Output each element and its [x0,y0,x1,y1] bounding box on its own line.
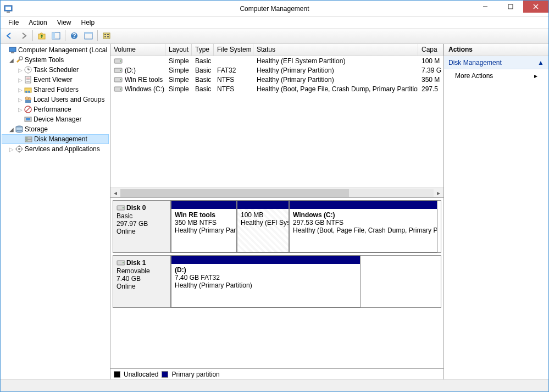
scroll-thumb[interactable] [120,189,349,197]
window-title: Computer Management [1,5,548,13]
svg-point-41 [16,130,23,132]
menu-view[interactable]: View [53,18,76,27]
collapse-icon: ▲ [537,59,544,67]
scroll-right-icon[interactable]: ▸ [434,188,443,198]
computer-icon [8,46,17,54]
partition-header [237,201,289,209]
volume-cell-cap: 297.5 [418,84,443,93]
volume-cell-type: Basic [192,84,214,93]
col-filesystem[interactable]: File System [214,44,253,56]
tree-device-manager[interactable]: Device Manager [2,114,109,124]
tree-shared-folders[interactable]: ▷ Shared Folders [2,85,109,95]
disk-info[interactable]: Disk 1Removable7.40 GBOnline [113,256,171,307]
svg-point-55 [120,70,121,71]
partition-body: Win RE tools350 MB NTFSHealthy (Primary … [171,209,236,252]
volume-cell-status: Healthy (Primary Partition) [253,65,418,75]
svg-rect-20 [11,52,14,53]
main-pane: Volume Layout Type File System Status Ca… [110,44,444,379]
actions-more[interactable]: More Actions ▸ [444,69,548,82]
tree-event-viewer[interactable]: ▷ Event Viewer [2,75,109,85]
tree-disk-management-label: Disk Management [34,135,87,143]
volume-row[interactable]: Win RE toolsSimpleBasicNTFSHealthy (Prim… [110,75,443,84]
tree-device-manager-label: Device Manager [34,115,81,123]
drive-icon [114,76,123,83]
tree-task-scheduler[interactable]: ▷ Task Scheduler [2,65,109,75]
properties-button[interactable] [82,29,95,42]
menubar: File Action View Help [1,17,548,28]
show-hide-tree-button[interactable] [49,29,63,42]
partition[interactable]: Windows (C:)297.53 GB NTFSHealthy (Boot,… [289,201,437,252]
svg-point-59 [120,89,121,90]
tree-performance[interactable]: ▷ Performance [2,104,109,114]
tree-services-label: Services and Applications [25,145,100,153]
disk-info[interactable]: Disk 0Basic297.97 GBOnline [113,201,171,252]
partition-body: Windows (C:)297.53 GB NTFSHealthy (Boot,… [290,209,437,252]
menu-file[interactable]: File [4,18,23,27]
tree-system-tools[interactable]: ◢ System Tools [2,55,109,65]
help-button[interactable]: ? [68,29,81,42]
tree-disk-management[interactable]: Disk Management [2,134,109,144]
col-type[interactable]: Type [192,44,214,56]
svg-point-47 [18,148,20,150]
users-icon [24,95,32,104]
maximize-button[interactable] [498,1,523,13]
svg-rect-4 [508,4,513,9]
performance-icon [24,105,32,114]
volume-row[interactable]: (D:)SimpleBasicFAT32Healthy (Primary Par… [110,65,443,75]
up-button[interactable] [35,29,48,42]
volume-row[interactable]: Windows (C:)SimpleBasicNTFSHealthy (Boot… [110,84,443,93]
tree-services[interactable]: ▷ Services and Applications [2,144,109,154]
svg-rect-13 [85,32,92,34]
svg-point-32 [25,97,29,100]
svg-point-57 [120,79,121,80]
svg-rect-2 [7,12,10,13]
disk-row: Disk 1Removable7.40 GBOnline (D:)7.40 GB… [113,255,441,308]
volume-cell-cap: 350 M [418,75,443,84]
svg-rect-1 [5,7,11,10]
volume-cell-layout: Simple [165,75,192,84]
partition-header [290,201,437,209]
tree-root[interactable]: Computer Management (Local [2,45,109,55]
svg-point-21 [19,57,23,60]
legend: Unallocated Primary partition [110,368,443,379]
partition[interactable]: Win RE tools350 MB NTFSHealthy (Primary … [171,201,237,252]
volume-cell-status: Healthy (Primary Partition) [253,75,418,84]
tree-storage-label: Storage [25,125,48,133]
col-capacity[interactable]: Capa [418,44,443,56]
tree-root-label: Computer Management (Local [18,46,107,54]
services-icon [15,145,24,153]
tree-local-users-label: Local Users and Groups [34,96,104,103]
close-button[interactable] [523,1,548,13]
partition[interactable]: 100 MBHealthy (EFI Sys [237,201,289,252]
legend-primary-label: Primary partition [171,371,219,378]
menu-action[interactable]: Action [24,18,51,27]
svg-rect-14 [103,33,110,38]
volume-cell-status: Healthy (EFI System Partition) [253,56,418,65]
col-layout[interactable]: Layout [165,44,192,56]
scroll-left-icon[interactable]: ◂ [110,188,120,198]
volume-row[interactable]: SimpleBasicHealthy (EFI System Partition… [110,56,443,65]
col-status[interactable]: Status [253,44,418,56]
tree-task-scheduler-label: Task Scheduler [34,66,79,74]
tree-event-viewer-label: Event Viewer [34,76,72,84]
refresh-button[interactable] [100,29,113,42]
svg-point-30 [25,91,27,93]
tree-pane: Computer Management (Local ◢ System Tool… [1,44,110,379]
forward-button[interactable] [17,29,30,42]
menu-help[interactable]: Help [77,18,99,27]
volume-cell-name: Windows (C:) [110,84,165,93]
volume-cell-name: (D:) [110,65,165,75]
drive-icon [114,67,123,74]
tree-storage[interactable]: ◢ Storage [2,124,109,134]
partition[interactable]: (D:)7.40 GB FAT32Healthy (Primary Partit… [171,256,361,307]
disk-map: Disk 0Basic297.97 GBOnlineWin RE tools35… [110,198,443,379]
tree-local-users[interactable]: ▷ Local Users and Groups [2,95,109,104]
col-volume[interactable]: Volume [110,44,165,56]
volume-hscrollbar[interactable]: ◂ ▸ [110,187,443,197]
actions-section[interactable]: Disk Management ▲ [444,56,548,69]
tools-icon [15,56,24,64]
volume-grid-body: SimpleBasicHealthy (EFI System Partition… [110,56,443,187]
minimize-button[interactable] [473,1,498,13]
back-button[interactable] [3,29,16,42]
device-icon [24,115,32,124]
